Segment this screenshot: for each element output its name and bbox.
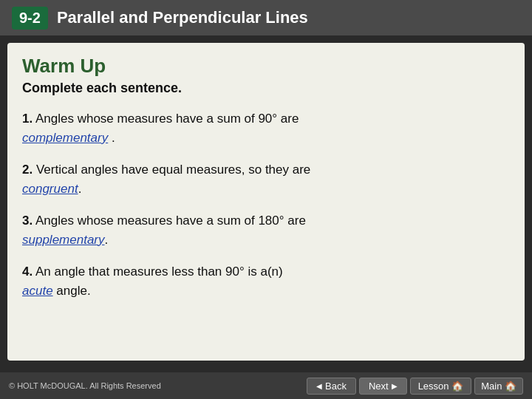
question-4: 4. An angle that measures less than 90° … bbox=[22, 262, 510, 300]
footer: © HOLT McDOUGAL. All Rights Reserved ◀ B… bbox=[0, 372, 532, 399]
subtitle: Complete each sentence. bbox=[22, 81, 510, 96]
question-1-period: . bbox=[108, 131, 115, 145]
back-button[interactable]: ◀ Back bbox=[307, 378, 356, 395]
question-2-text-before: Vertical angles have equal measures, so … bbox=[36, 163, 310, 177]
question-3-text-before: Angles whose measures have a sum of 180°… bbox=[35, 214, 306, 228]
footer-copyright: © HOLT McDOUGAL. All Rights Reserved bbox=[9, 381, 161, 390]
question-1-answer: complementary bbox=[22, 131, 108, 145]
home-icon: 🏠 bbox=[451, 381, 463, 392]
question-2-number: 2. bbox=[22, 163, 33, 177]
next-button[interactable]: Next ▶ bbox=[359, 378, 407, 395]
warm-up-title: Warm Up bbox=[22, 55, 510, 78]
question-3: 3. Angles whose measures have a sum of 1… bbox=[22, 211, 510, 249]
question-1: 1. Angles whose measures have a sum of 9… bbox=[22, 109, 510, 147]
question-4-text-after: angle. bbox=[53, 284, 91, 298]
back-label: Back bbox=[325, 381, 347, 392]
question-1-number: 1. bbox=[22, 112, 33, 126]
question-3-answer: supplementary bbox=[22, 233, 105, 247]
next-label: Next bbox=[369, 381, 389, 392]
footer-buttons: ◀ Back Next ▶ Lesson 🏠 Main 🏠 bbox=[307, 378, 523, 395]
question-4-text-before: An angle that measures less than 90° is … bbox=[35, 265, 283, 279]
question-3-number: 3. bbox=[22, 214, 33, 228]
main-home-icon: 🏠 bbox=[505, 381, 516, 392]
question-4-number: 4. bbox=[22, 265, 33, 279]
header: 9-2 Parallel and Perpendicular Lines bbox=[0, 0, 532, 35]
next-arrow-icon: ▶ bbox=[392, 382, 398, 390]
lesson-label: Lesson bbox=[418, 381, 449, 392]
question-2: 2. Vertical angles have equal measures, … bbox=[22, 160, 510, 198]
main-label: Main bbox=[481, 381, 502, 392]
main-content: Warm Up Complete each sentence. 1. Angle… bbox=[7, 43, 525, 361]
question-3-period: . bbox=[105, 233, 109, 247]
main-button[interactable]: Main 🏠 bbox=[474, 378, 523, 395]
lesson-button[interactable]: Lesson 🏠 bbox=[410, 378, 472, 395]
question-1-text-before: Angles whose measures have a sum of 90° … bbox=[35, 112, 299, 126]
back-arrow-icon: ◀ bbox=[316, 382, 322, 390]
question-4-answer: acute bbox=[22, 284, 53, 298]
header-title: Parallel and Perpendicular Lines bbox=[57, 8, 308, 27]
question-2-period: . bbox=[78, 182, 82, 196]
question-2-answer: congruent bbox=[22, 182, 78, 196]
lesson-badge: 9-2 bbox=[12, 7, 48, 30]
